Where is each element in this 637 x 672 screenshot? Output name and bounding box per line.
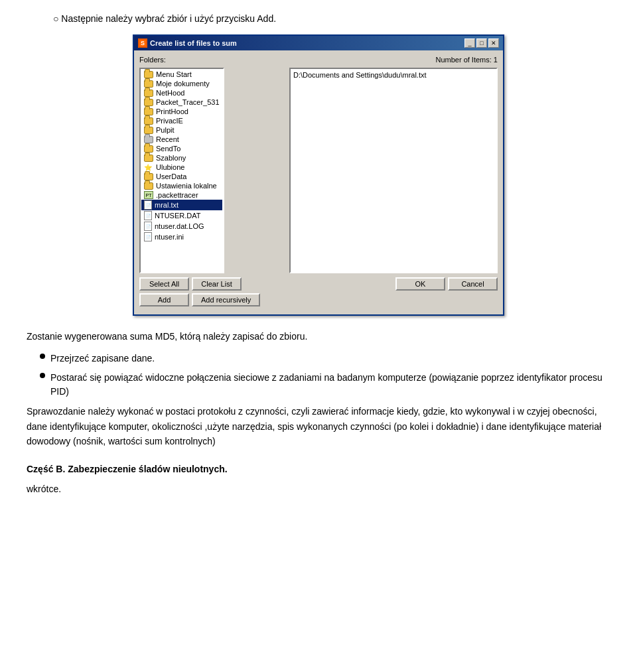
left-buttons-row1: Select All Clear List (139, 277, 242, 291)
list-item[interactable]: Moje dokumenty (141, 79, 222, 88)
folder-icon (144, 71, 153, 78)
number-of-items: Number of Items: 1 (435, 56, 498, 65)
folder-icon (144, 127, 153, 134)
dialog-buttons-row-2: Add Add recursively (139, 293, 498, 306)
after-dialog-text: Zostanie wygenerowana suma MD5, którą na… (27, 329, 610, 344)
files-panel: D:\Documents and Settings\dudu\mral.txt (289, 68, 498, 273)
folders-label: Folders: (139, 56, 166, 64)
list-item[interactable]: Recent (141, 135, 222, 144)
dat-file-icon: 📄 (144, 211, 152, 220)
dialog-header-row: Folders: Number of Items: 1 (139, 56, 498, 65)
bullet-dot-2 (40, 373, 45, 378)
soon-text: wkrótce. (27, 482, 610, 496)
bullet-point-2: Postarać się powiązać widoczne połączeni… (27, 371, 610, 399)
folder-icon (144, 108, 153, 115)
add-recursively-button[interactable]: Add recursively (192, 293, 260, 306)
list-item[interactable]: ⭐ Ulubione (141, 163, 222, 172)
app-file-icon: PT (144, 191, 153, 199)
folder-icon (144, 99, 153, 106)
list-item[interactable]: Packet_Tracer_531 (141, 98, 222, 107)
add-button[interactable]: Add (139, 293, 189, 306)
dialog-panels: Menu Start Moje dokumenty NetHood (139, 68, 498, 273)
list-item[interactable]: UserData (141, 172, 222, 181)
folder-panel: Menu Start Moje dokumenty NetHood (139, 68, 285, 273)
close-button[interactable]: ✕ (488, 38, 499, 48)
folder-icon (144, 145, 153, 153)
cancel-button[interactable]: Cancel (448, 277, 498, 291)
list-item[interactable]: Ustawienia lokalne (141, 181, 222, 190)
list-item[interactable]: 📄 ntuser.dat.LOG (141, 221, 222, 232)
select-all-button[interactable]: Select All (139, 277, 189, 291)
dialog-icon: S (138, 38, 147, 48)
folder-icon (144, 155, 153, 162)
list-item[interactable]: 📄 ntuser.ini (141, 232, 222, 242)
list-item[interactable]: PrintHood (141, 107, 222, 116)
ini-file-icon: 📄 (144, 232, 152, 241)
folder-icon (144, 182, 153, 190)
list-item[interactable]: Pulpit (141, 125, 222, 135)
dialog-title: S Create list of files to sum (138, 38, 237, 48)
bullet1-text: Przejrzeć zapisane dane. (50, 352, 155, 366)
dialog-body: Folders: Number of Items: 1 Menu Start (134, 50, 503, 314)
dialog-titlebar: S Create list of files to sum _ □ ✕ (134, 36, 503, 50)
main-content: Zostanie wygenerowana suma MD5, którą na… (27, 329, 610, 496)
right-buttons-row1: OK Cancel (395, 277, 498, 291)
list-item[interactable]: 📄 NTUSER.DAT (141, 210, 222, 221)
star-folder-icon: ⭐ (144, 164, 153, 171)
folder-panel-inner: Menu Start Moje dokumenty NetHood (139, 68, 285, 273)
ok-button[interactable]: OK (395, 277, 445, 291)
left-buttons-row2: Add Add recursively (139, 293, 260, 306)
folder-icon-special (144, 136, 153, 143)
intro-bullet: ○ Następnie należy wybrać zbiór i użyć p… (27, 13, 610, 24)
minimize-button[interactable]: _ (464, 38, 475, 48)
paragraph1: Sprawozdanie należy wykonać w postaci pr… (27, 404, 610, 448)
list-item[interactable]: Menu Start (141, 70, 222, 79)
folder-icon (144, 80, 153, 88)
list-item[interactable]: PT .packettracer (141, 190, 222, 200)
files-listbox[interactable]: D:\Documents and Settings\dudu\mral.txt (289, 68, 498, 273)
maximize-button[interactable]: □ (476, 38, 487, 48)
file-path-entry: D:\Documents and Settings\dudu\mral.txt (292, 70, 495, 80)
intro-text: Następnie należy wybrać zbiór i użyć prz… (61, 13, 276, 24)
list-item-selected[interactable]: 📄 mral.txt (141, 200, 222, 210)
dialog-wrapper: S Create list of files to sum _ □ ✕ Fold… (27, 34, 610, 316)
list-item[interactable]: PrivacIE (141, 116, 222, 125)
svg-text:S: S (141, 40, 145, 46)
log-file-icon: 📄 (144, 222, 152, 231)
clear-list-button[interactable]: Clear List (192, 277, 242, 291)
bullet-dot-1 (40, 354, 45, 359)
list-item[interactable]: SendTo (141, 144, 222, 153)
bullet-point-1: Przejrzeć zapisane dane. (27, 352, 610, 366)
list-item[interactable]: Szablony (141, 153, 222, 163)
dialog-window: S Create list of files to sum _ □ ✕ Fold… (133, 34, 504, 316)
list-item[interactable]: NetHood (141, 88, 222, 98)
folder-icon (144, 173, 153, 180)
bullet2-text: Postarać się powiązać widoczne połączeni… (50, 371, 610, 399)
section-heading: Część B. Zabezpieczenie śladów nieulotny… (27, 462, 610, 476)
folders-listbox[interactable]: Menu Start Moje dokumenty NetHood (139, 68, 224, 273)
txt-file-icon: 📄 (144, 200, 152, 210)
folder-icon (144, 90, 153, 97)
folders-list: Menu Start Moje dokumenty NetHood (141, 69, 223, 243)
window-controls: _ □ ✕ (464, 38, 499, 48)
dialog-buttons-row-1: Select All Clear List OK Cancel (139, 277, 498, 291)
folder-icon (144, 117, 153, 125)
